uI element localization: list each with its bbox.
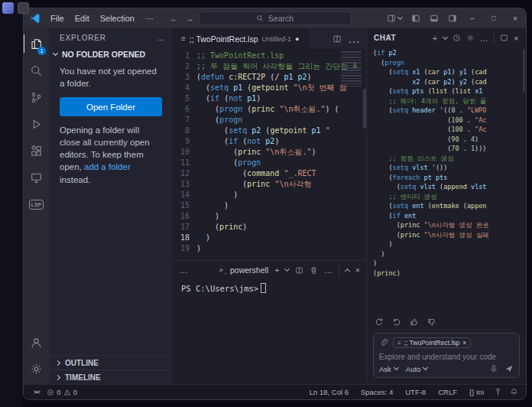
editor-group: ≡ ;; TwoPointRect.lsp Untitled-1 ● … 1;;… <box>174 28 366 384</box>
chevron-down-icon[interactable] <box>443 34 448 39</box>
code-line: ;; 정점 리스트 생성 <box>373 154 520 164</box>
terminal-tab-powershell[interactable]: >_ powershell <box>219 265 268 275</box>
model-selector[interactable]: Auto <box>406 365 428 373</box>
activity-bar: 1 LSP <box>24 28 49 384</box>
voice-input-icon[interactable] <box>489 364 498 373</box>
kill-terminal-icon[interactable] <box>310 266 318 275</box>
chat-input[interactable] <box>379 353 514 361</box>
attach-context-icon[interactable] <box>379 338 388 347</box>
close-button[interactable]: × <box>504 8 526 28</box>
activity-source-control[interactable] <box>24 88 49 106</box>
eol-status[interactable]: CRLF <box>436 388 459 396</box>
more-icon[interactable]: … <box>157 34 165 42</box>
chevron-down-icon[interactable] <box>284 266 290 272</box>
open-folder-button[interactable]: Open Folder <box>60 97 162 116</box>
menu-file[interactable]: File <box>45 14 70 23</box>
code-line: (100 . "Ac <box>373 116 520 125</box>
code-line: (princ "\n사각형 생성 실패 <box>373 230 520 240</box>
code-line: 19) <box>174 243 366 254</box>
split-terminal-icon[interactable] <box>295 266 303 275</box>
add-folder-link[interactable]: add a folder <box>84 162 131 171</box>
code-line: ;; 엔티티 생성 <box>373 192 520 202</box>
back-icon[interactable]: ← <box>170 14 178 23</box>
activity-extensions[interactable] <box>24 142 49 160</box>
more-icon[interactable]: … <box>180 265 188 275</box>
toggle-panel-icon[interactable] <box>425 14 443 23</box>
code-line: 18 ) <box>174 233 366 243</box>
minimap[interactable] <box>341 51 362 86</box>
code-line: 5 (if (not p1) <box>174 93 366 104</box>
cursor-position[interactable]: Ln 18, Col 6 <box>307 388 351 396</box>
toggle-sidebar-icon[interactable] <box>407 14 425 23</box>
open-in-editor-icon[interactable] <box>500 34 508 42</box>
taskbar-app-icon-1[interactable] <box>2 2 14 14</box>
encoding-status[interactable]: UTF-8 <box>403 388 428 396</box>
account-button[interactable] <box>30 334 43 352</box>
send-icon[interactable] <box>504 364 514 373</box>
menu-edit[interactable]: Edit <box>70 14 95 23</box>
file-icon: ≡ <box>397 340 401 347</box>
menu-selection[interactable]: Selection <box>95 14 140 23</box>
thumbs-up-icon[interactable] <box>410 317 419 327</box>
minimize-button[interactable]: − <box>462 8 483 28</box>
layout-control-icon[interactable] <box>382 14 407 23</box>
outline-section[interactable]: OUTLINE <box>49 355 173 370</box>
attachment-label: ;; TwoPointRect.lsp <box>404 339 460 347</box>
context-attachment-pill[interactable]: ≡ ;; TwoPointRect.lsp × <box>393 337 471 348</box>
activity-explorer[interactable]: 1 <box>23 34 48 53</box>
gear-icon[interactable] <box>466 34 475 42</box>
indentation-status[interactable]: Spaces: 4 <box>358 388 395 396</box>
more-icon[interactable]: … <box>324 265 332 275</box>
new-terminal-icon[interactable]: + <box>274 265 279 275</box>
close-panel-icon[interactable]: × <box>355 265 360 275</box>
close-chat-icon[interactable]: × <box>514 34 519 43</box>
regenerate-icon[interactable] <box>375 317 384 327</box>
editor[interactable]: 1;; TwoPointRect.lsp2;; 두 점을 찍어 사각형을 그리는… <box>174 49 366 260</box>
chat-input-box: ≡ ;; TwoPointRect.lsp × Ask Auto <box>373 333 520 378</box>
new-chat-icon[interactable]: + <box>433 34 438 43</box>
timeline-section[interactable]: TIMELINE <box>49 370 173 384</box>
code-line: (foreach pt pts <box>373 173 520 183</box>
chat-mode-selector[interactable]: Ask <box>379 365 398 373</box>
toggle-secondary-sidebar-icon[interactable] <box>443 14 462 23</box>
thumbs-down-icon[interactable] <box>427 317 436 327</box>
problems-status[interactable]: 0 0 <box>44 388 79 396</box>
more-icon[interactable]: … <box>348 32 360 46</box>
bottom-panel: … >_ powershell + … <box>174 260 366 384</box>
code-line: (setq header '((0 . "LWPO <box>373 106 520 116</box>
code-line: 3(defun c:RECT2P (/ p1 p2) <box>174 72 366 83</box>
forward-icon[interactable]: → <box>186 14 194 23</box>
code-line: 13 (princ "\n사각형 <box>174 179 366 190</box>
activity-search[interactable] <box>24 61 49 80</box>
code-line: (70 . 1))) <box>373 144 520 154</box>
activity-run-debug[interactable] <box>24 115 49 133</box>
taskbar-app-icon-2[interactable] <box>18 2 29 14</box>
activity-remote-explorer[interactable] <box>24 168 49 187</box>
language-mode[interactable]: {} Ini <box>467 388 486 396</box>
undo-icon[interactable] <box>392 317 401 327</box>
menu-more[interactable]: ··· <box>140 14 159 23</box>
section-no-folder-opened[interactable]: NO FOLDER OPENED <box>49 47 173 62</box>
remove-attachment-icon[interactable]: × <box>462 339 466 347</box>
settings-button[interactable] <box>30 360 43 378</box>
split-editor-icon[interactable] <box>332 34 342 44</box>
command-center-search[interactable]: Search <box>199 11 352 25</box>
code-line: (100 . "Ac <box>373 125 520 135</box>
source-control-icon <box>30 91 43 104</box>
divider <box>339 265 339 275</box>
terminal[interactable]: PS C:\Users\jms> <box>174 279 366 297</box>
activity-lsp[interactable]: LSP <box>24 195 49 213</box>
vscode-window: File Edit Selection ··· ← → Search <box>23 8 527 400</box>
remote-indicator[interactable]: >< <box>31 389 41 396</box>
more-icon[interactable]: … <box>480 34 489 43</box>
code-line: 16 ) <box>174 211 366 222</box>
maximize-panel-icon[interactable] <box>345 268 350 273</box>
history-icon[interactable] <box>453 34 461 42</box>
broadcast-icon[interactable] <box>494 388 502 396</box>
notifications-bell-icon[interactable] <box>510 388 518 396</box>
maximize-button[interactable]: □ <box>483 8 504 28</box>
chat-scrollbar[interactable] <box>523 50 525 92</box>
tab-untitled-1[interactable]: ≡ ;; TwoPointRect.lsp Untitled-1 ● <box>174 28 308 49</box>
code-line: 7 (progn <box>174 115 366 125</box>
code-line: 8 (setq p2 (getpoint p1 " <box>174 125 366 136</box>
